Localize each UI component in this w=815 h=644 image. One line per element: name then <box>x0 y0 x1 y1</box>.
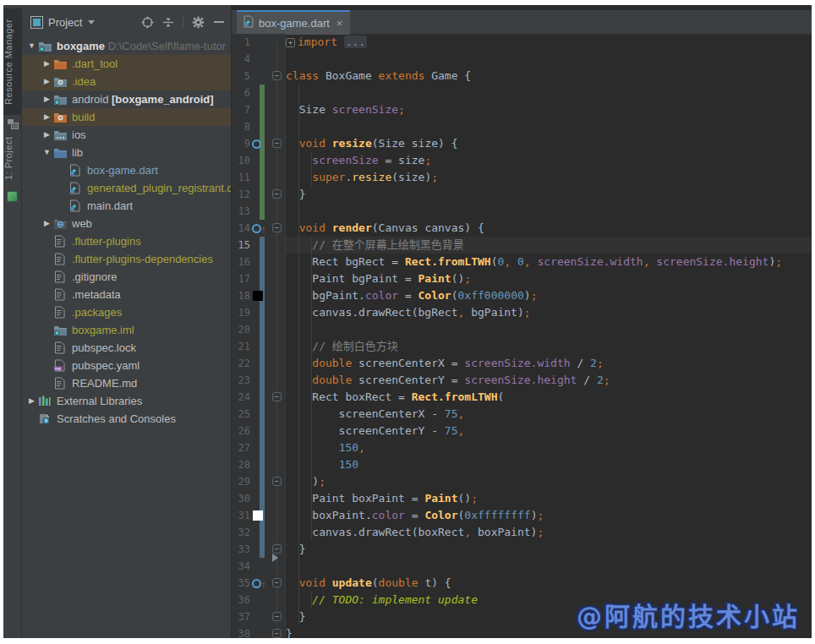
tree-item-boxgame-iml[interactable]: boxgame.iml <box>22 321 231 339</box>
code-line-31[interactable]: boxPaint.color = Color(0xffffffff); <box>286 507 812 524</box>
code-line-11[interactable]: super.resize(size); <box>286 169 812 186</box>
code-line-12[interactable]: } <box>286 186 812 203</box>
fold-expand-icon[interactable]: + <box>286 38 295 47</box>
gutter-icon-spacer <box>252 155 265 166</box>
tree-item-box-game-dart[interactable]: box-game.dart <box>22 161 231 179</box>
tree-item-boxgame[interactable]: ▼boxgame D:\Code\Self\flame-tutor <box>22 37 231 55</box>
code-line-13[interactable] <box>286 203 812 220</box>
tree-item-idea[interactable]: ▶.idea <box>22 73 231 90</box>
code-line-7[interactable]: Size screenSize; <box>286 101 812 118</box>
tree-item-readme-md[interactable]: README.md <box>22 374 231 392</box>
chevron-down-icon[interactable]: ▼ <box>25 37 38 55</box>
code-line-32[interactable]: canvas.drawRect(boxRect, boxPaint); <box>286 524 812 541</box>
fold-start-marker[interactable]: − <box>272 223 282 232</box>
tree-item-pubspec-yaml[interactable]: YMLpubspec.yaml <box>22 357 231 374</box>
override-method-icon[interactable]: ↑ <box>252 222 265 234</box>
code-line-27[interactable]: 150, <box>286 439 812 456</box>
stripe-tab-project[interactable]: 1: Project <box>3 134 21 183</box>
fold-end-marker[interactable]: − <box>272 189 282 199</box>
code-line-29[interactable]: ); <box>286 473 812 490</box>
chevron-right-icon[interactable]: ▶ <box>41 73 53 90</box>
tree-item-build[interactable]: ▶build <box>22 108 231 126</box>
tree-item-ios[interactable]: ▶ios <box>22 126 231 144</box>
gutter-row: 25 <box>232 406 285 423</box>
tree-item-web[interactable]: ▶web <box>22 215 231 232</box>
fold-end-marker[interactable]: − <box>272 544 282 554</box>
code-line-34[interactable] <box>286 558 812 575</box>
code-line-10[interactable]: screenSize = size; <box>286 152 812 169</box>
locate-icon[interactable] <box>140 15 154 29</box>
fold-end-marker[interactable]: − <box>272 477 282 486</box>
tree-item-main-dart[interactable]: main.dart <box>22 197 231 215</box>
code-line-1[interactable]: +import ... <box>286 34 812 51</box>
fold-end-marker[interactable]: − <box>272 612 282 621</box>
chevron-right-icon[interactable]: ▶ <box>41 108 53 126</box>
editor-scroll-area[interactable]: 145−6789↑−101112−1314↑−15161718192021222… <box>232 34 812 638</box>
code-line-14[interactable]: void render(Canvas canvas) { <box>286 220 812 237</box>
chevron-right-icon[interactable]: ▶ <box>41 90 53 108</box>
tree-item-label: pubspec.lock <box>72 341 136 354</box>
code-line-26[interactable]: screenCenterY - 75, <box>286 423 812 439</box>
folder-flutter-icon <box>53 324 68 336</box>
code-line-35[interactable]: void update(double t) { <box>286 575 812 592</box>
code-line-4[interactable] <box>286 51 812 68</box>
collapse-all-icon[interactable] <box>161 15 175 29</box>
folded-region[interactable]: ... <box>344 35 367 48</box>
chevron-down-icon[interactable]: ▼ <box>41 144 53 161</box>
chevron-right-icon[interactable]: ▶ <box>41 215 53 232</box>
code-line-17[interactable]: Paint bgPaint = Paint(); <box>286 270 812 287</box>
tree-item-android[interactable]: ▶android [boxgame_android] <box>22 90 231 108</box>
code-line-22[interactable]: double screenCenterX = screenSize.width … <box>286 355 812 372</box>
chevron-right-icon[interactable]: ▶ <box>41 126 53 144</box>
tree-item-flutter-plugins[interactable]: .flutter-plugins <box>22 232 231 250</box>
tree-item-dart-tool[interactable]: ▶.dart_tool <box>22 55 231 73</box>
tree-item-packages[interactable]: .packages <box>22 303 231 321</box>
chevron-right-icon[interactable]: ▶ <box>25 392 38 410</box>
code-line-21[interactable]: // 绘制白色方块 <box>286 338 812 355</box>
line-number: 9 <box>232 135 250 152</box>
code-line-20[interactable] <box>286 321 812 338</box>
tree-item-metadata[interactable]: .metadata <box>22 286 231 303</box>
override-method-icon[interactable]: ↑ <box>252 577 265 589</box>
dropdown-arrow-icon[interactable] <box>88 20 95 25</box>
code-line-24[interactable]: Rect boxRect = Rect.fromLTWH( <box>286 389 812 406</box>
fold-start-marker[interactable]: − <box>272 71 282 80</box>
editor-tab-box-game[interactable]: box-game.dart × <box>237 10 350 35</box>
code-line-18[interactable]: bgPaint.color = Color(0xff000000); <box>286 287 812 304</box>
fold-end-marker[interactable]: − <box>272 629 282 638</box>
stripe-plugin-icon[interactable] <box>7 191 18 202</box>
code-line-33[interactable]: } <box>286 541 812 558</box>
chevron-right-icon[interactable]: ▶ <box>41 55 53 73</box>
code-line-6[interactable] <box>286 85 812 101</box>
tree-item-external-libraries[interactable]: ▶External Libraries <box>22 392 231 410</box>
code-line-16[interactable]: Rect bgRect = Rect.fromLTWH(0, 0, screen… <box>286 254 812 270</box>
tree-item-pubspec-lock[interactable]: pubspec.lock <box>22 339 231 357</box>
override-method-icon[interactable]: ↑ <box>252 138 265 150</box>
code-line-5[interactable]: class BoxGame extends Game { <box>286 68 812 85</box>
code-line-30[interactable]: Paint boxPaint = Paint(); <box>286 490 812 507</box>
settings-icon[interactable] <box>191 15 205 29</box>
tree-item-gitignore[interactable]: .gitignore <box>22 268 231 286</box>
close-icon[interactable]: × <box>336 18 343 29</box>
hide-panel-icon[interactable] <box>212 15 226 29</box>
fold-start-marker[interactable]: − <box>272 139 282 148</box>
code-area[interactable]: +import ...class BoxGame extends Game { … <box>286 34 812 638</box>
color-preview-swatch[interactable] <box>252 290 265 302</box>
fold-start-marker[interactable]: − <box>272 392 282 401</box>
code-line-28[interactable]: 150 <box>286 456 812 473</box>
tree-item-flutter-plugins-dependencies[interactable]: .flutter-plugins-dependencies <box>22 250 231 268</box>
tree-item-generated-plugin-registrant-dart[interactable]: generated_plugin_registrant.dart <box>22 179 231 197</box>
tree-item-lib[interactable]: ▼lib <box>22 144 231 161</box>
project-dropdown[interactable]: Project <box>48 16 82 29</box>
tree-item-scratches-and-consoles[interactable]: Scratches and Consoles <box>22 410 231 428</box>
code-line-19[interactable]: canvas.drawRect(bgRect, bgPaint); <box>286 304 812 321</box>
code-line-23[interactable]: double screenCenterY = screenSize.height… <box>286 372 812 389</box>
code-line-8[interactable] <box>286 118 812 135</box>
code-line-25[interactable]: screenCenterX - 75, <box>286 406 812 423</box>
stripe-tab-resource-manager[interactable]: Resource Manager <box>3 8 21 115</box>
color-preview-swatch[interactable] <box>252 510 265 521</box>
code-line-9[interactable]: void resize(Size size) { <box>286 135 812 152</box>
gutter-row: 5− <box>232 68 285 85</box>
fold-start-marker[interactable]: − <box>272 578 282 587</box>
code-line-15[interactable]: // 在整个屏幕上绘制黑色背景 <box>286 237 812 254</box>
